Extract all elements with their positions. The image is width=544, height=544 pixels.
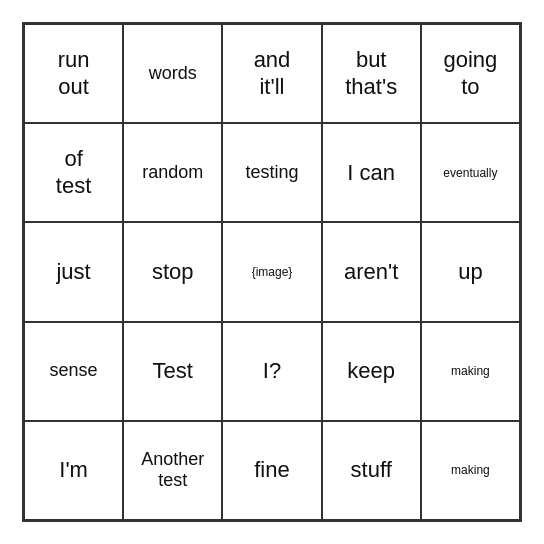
bingo-cell-r4c4: making [421,421,520,520]
bingo-cell-r2c0: just [24,222,123,321]
bingo-cell-r3c4: making [421,322,520,421]
bingo-cell-r3c1: Test [123,322,222,421]
bingo-cell-r2c3: aren't [322,222,421,321]
bingo-cell-r4c0: I'm [24,421,123,520]
bingo-cell-r3c0: sense [24,322,123,421]
bingo-cell-r2c2: {image} [222,222,321,321]
bingo-cell-r0c3: butthat's [322,24,421,123]
bingo-board: runoutwordsandit'llbutthat'sgoingtooftes… [22,22,522,522]
bingo-cell-r2c1: stop [123,222,222,321]
bingo-cell-r3c3: keep [322,322,421,421]
bingo-cell-r0c1: words [123,24,222,123]
bingo-cell-r1c4: eventually [421,123,520,222]
bingo-cell-r1c1: random [123,123,222,222]
bingo-cell-r1c3: I can [322,123,421,222]
bingo-cell-r0c0: runout [24,24,123,123]
bingo-cell-r1c0: oftest [24,123,123,222]
bingo-cell-r3c2: I? [222,322,321,421]
bingo-cell-r0c4: goingto [421,24,520,123]
bingo-cell-r4c2: fine [222,421,321,520]
bingo-cell-r0c2: andit'll [222,24,321,123]
bingo-cell-r2c4: up [421,222,520,321]
bingo-cell-r4c3: stuff [322,421,421,520]
bingo-cell-r1c2: testing [222,123,321,222]
bingo-cell-r4c1: Anothertest [123,421,222,520]
